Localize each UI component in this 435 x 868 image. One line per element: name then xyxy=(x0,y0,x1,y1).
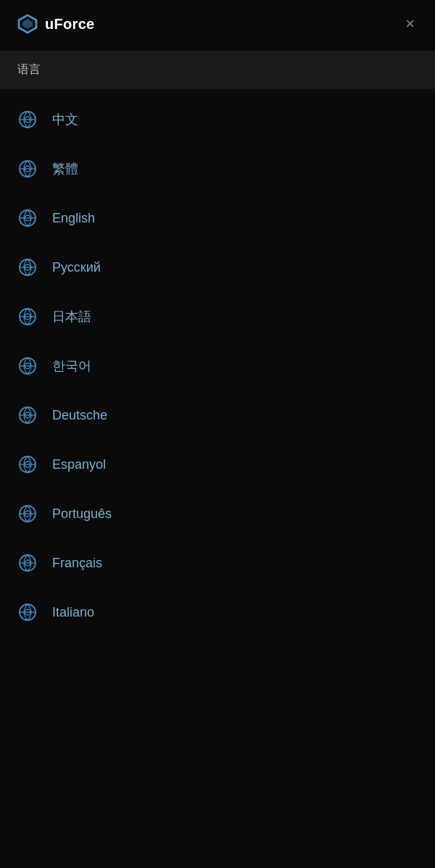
svg-marker-1 xyxy=(22,19,33,29)
language-item-ru[interactable]: Русский xyxy=(0,243,435,292)
language-item-es[interactable]: Espanyol xyxy=(0,440,435,489)
language-item-it[interactable]: Italiano xyxy=(0,588,435,637)
language-icon-zh-hant xyxy=(17,159,38,179)
language-icon-es xyxy=(17,454,38,475)
language-name-ja: 日本語 xyxy=(52,308,91,325)
language-item-zh-hant[interactable]: 繁體 xyxy=(0,144,435,193)
title-bar: uForce × xyxy=(0,0,435,48)
language-name-pt: Português xyxy=(52,506,112,522)
language-name-fr: Français xyxy=(52,556,102,571)
app-container: uForce × 语言 中文 繁體 English xyxy=(0,0,435,868)
language-name-zh-hant: 繁體 xyxy=(52,160,78,178)
language-name-ru: Русский xyxy=(52,260,101,275)
uforce-logo-icon xyxy=(17,14,38,34)
language-item-pt[interactable]: Português xyxy=(0,489,435,538)
language-icon-pt xyxy=(17,504,38,524)
title-bar-left: uForce xyxy=(17,14,94,34)
language-icon-en xyxy=(17,208,38,228)
section-header: 语言 xyxy=(0,51,435,89)
language-name-en: English xyxy=(52,211,95,226)
section-header-text: 语言 xyxy=(17,63,41,75)
language-icon-ko xyxy=(17,356,38,376)
language-item-fr[interactable]: Français xyxy=(0,538,435,588)
language-item-ko[interactable]: 한국어 xyxy=(0,341,435,391)
language-item-ja[interactable]: 日本語 xyxy=(0,292,435,341)
language-icon-ru xyxy=(17,257,38,277)
language-list: 中文 繁體 English Русский 日本語 xyxy=(0,95,435,637)
language-name-ko: 한국어 xyxy=(52,357,91,375)
language-name-es: Espanyol xyxy=(52,457,106,472)
language-icon-ja xyxy=(17,306,38,327)
language-icon-it xyxy=(17,602,38,622)
language-icon-zh-hans xyxy=(17,109,38,130)
language-icon-de xyxy=(17,405,38,425)
language-name-de: Deutsche xyxy=(52,408,107,423)
language-item-en[interactable]: English xyxy=(0,193,435,243)
close-button[interactable]: × xyxy=(402,13,418,35)
language-icon-fr xyxy=(17,553,38,573)
language-item-de[interactable]: Deutsche xyxy=(0,391,435,440)
language-item-zh-hans[interactable]: 中文 xyxy=(0,95,435,144)
app-title: uForce xyxy=(45,16,94,33)
language-name-zh-hans: 中文 xyxy=(52,111,78,128)
language-name-it: Italiano xyxy=(52,605,94,620)
